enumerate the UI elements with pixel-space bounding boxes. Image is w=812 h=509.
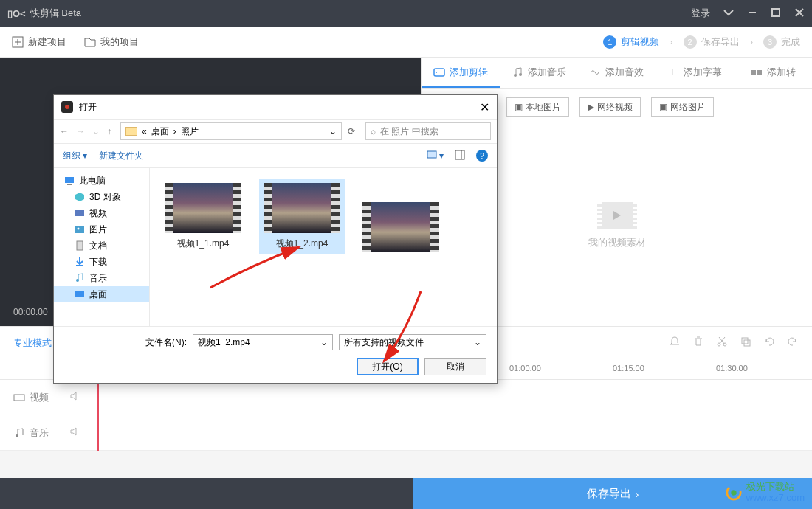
cancel-button[interactable]: 取消 (424, 358, 486, 375)
timeline-tracks: 视频 音乐 (0, 380, 812, 451)
sidebar-images[interactable]: 图片 (54, 221, 149, 238)
minimize-icon[interactable] (747, 7, 757, 20)
trash-icon[interactable] (692, 336, 704, 350)
dialog-toolbar: 组织 ▾ 新建文件夹 ▾ ? (54, 144, 497, 167)
sidebar-desktop[interactable]: 桌面 (54, 286, 149, 302)
login-link[interactable]: 登录 (691, 7, 710, 20)
dialog-file-grid[interactable]: 视频1_1.mp4 视频1_2.mp4 (150, 168, 497, 326)
svg-point-5 (514, 74, 517, 77)
svg-point-15 (16, 434, 18, 437)
folder-icon (125, 127, 137, 136)
subtab-web-image[interactable]: ▣网络图片 (651, 97, 714, 117)
forward-icon[interactable]: → (76, 126, 85, 136)
sidebar-music[interactable]: 音乐 (54, 270, 149, 286)
my-projects-label: 我的项目 (100, 35, 139, 49)
dialog-titlebar: 打开 ✕ (54, 95, 497, 119)
view-mode-menu[interactable]: ▾ (426, 150, 444, 162)
ruler-mark: 01:15.00 (613, 364, 644, 373)
volume-icon[interactable] (69, 426, 81, 440)
wizard-step-3[interactable]: 3 完成 (763, 35, 800, 49)
menu-icon[interactable] (723, 7, 734, 20)
recent-icon[interactable]: ⌄ (92, 126, 100, 136)
svg-rect-21 (65, 177, 74, 183)
new-folder-button[interactable]: 新建文件夹 (99, 150, 143, 162)
file-open-dialog: 打开 ✕ ← → ⌄ ↑ « 桌面 › 照片 ⌄ ⟳ ⌕ 在 照片 中搜索 组织… (53, 94, 498, 384)
svg-point-17 (731, 490, 736, 495)
svg-point-25 (78, 228, 80, 230)
cut-icon[interactable] (716, 336, 728, 350)
file-item[interactable] (358, 179, 444, 242)
sidebar-pc[interactable]: 此电脑 (54, 173, 149, 189)
subtab-web-video[interactable]: ▶网络视频 (579, 97, 641, 117)
preview-time: 00:00.00 (13, 307, 48, 317)
close-icon[interactable] (794, 7, 805, 20)
file-item[interactable]: 视频1_1.mp4 (160, 179, 246, 254)
filetype-filter[interactable]: 所有支持的视频文件⌄ (339, 334, 486, 350)
tab-add-subtitle[interactable]: T 添加字幕 (656, 58, 734, 88)
wizard-step-2[interactable]: 2 保存导出 (684, 35, 740, 49)
dialog-search[interactable]: ⌕ 在 照片 中搜索 (365, 122, 491, 140)
undo-icon[interactable] (763, 336, 775, 350)
svg-point-4 (436, 72, 437, 73)
new-project-label: 新建项目 (28, 35, 66, 49)
track-video[interactable]: 视频 (0, 380, 812, 415)
dialog-app-icon (61, 101, 73, 113)
svg-rect-13 (744, 340, 750, 346)
breadcrumb-path[interactable]: « 桌面 › 照片 ⌄ (120, 122, 342, 140)
svg-rect-23 (75, 210, 84, 216)
dialog-title: 打开 (79, 101, 97, 114)
copy-icon[interactable] (740, 336, 751, 350)
dialog-nav: ← → ⌄ ↑ « 桌面 › 照片 ⌄ ⟳ ⌕ 在 照片 中搜索 (54, 119, 497, 144)
chevron-right-icon: › (750, 36, 753, 47)
back-icon[interactable]: ← (60, 126, 69, 136)
my-projects-button[interactable]: 我的项目 (84, 35, 139, 49)
wizard-step-1[interactable]: 1 剪辑视频 (603, 35, 659, 49)
sidebar-3d[interactable]: 3D 对象 (54, 189, 149, 205)
track-music[interactable]: 音乐 (0, 415, 812, 451)
sidebar-videos[interactable]: 视频 (54, 205, 149, 221)
file-item-selected[interactable]: 视频1_2.mp4 (259, 179, 345, 254)
tab-add-transition[interactable]: 添加转 (734, 58, 812, 88)
sidebar-docs[interactable]: 文档 (54, 238, 149, 254)
preview-pane-icon[interactable] (454, 149, 466, 163)
volume-icon[interactable] (69, 390, 81, 404)
file-thumbnail (362, 202, 439, 252)
svg-rect-19 (455, 150, 464, 159)
organize-menu[interactable]: 组织 ▾ (63, 150, 87, 162)
app-name: 快剪辑 Beta (30, 7, 81, 20)
dialog-bottom: 文件名(N): 视频1_2.mp4⌄ 所有支持的视频文件⌄ 打开(O) 取消 (54, 326, 497, 383)
savebar-left (0, 478, 413, 509)
ruler-mark: 01:30.00 (716, 364, 748, 373)
file-thumbnail (264, 183, 340, 233)
playhead[interactable] (97, 380, 99, 451)
nav-arrows: ← → ⌄ ↑ (60, 126, 111, 136)
bell-icon[interactable] (669, 336, 681, 350)
wizard-steps: 1 剪辑视频 › 2 保存导出 › 3 完成 (603, 35, 800, 49)
search-placeholder: 在 照片 中搜索 (380, 125, 438, 138)
ruler-mark: 01:00.00 (509, 364, 541, 373)
svg-rect-8 (751, 70, 756, 75)
maximize-icon[interactable] (771, 7, 781, 20)
new-project-button[interactable]: 新建项目 (12, 35, 66, 49)
chevron-right-icon: › (670, 36, 672, 47)
up-icon[interactable]: ↑ (107, 126, 111, 136)
tab-add-sfx[interactable]: 添加音效 (578, 58, 656, 88)
open-button[interactable]: 打开(O) (357, 358, 419, 375)
filename-label: 文件名(N): (145, 336, 187, 349)
empty-label: 我的视频素材 (588, 236, 646, 249)
redo-icon[interactable] (787, 336, 799, 350)
logo-icon: ▯O< (7, 8, 26, 19)
tab-add-clip[interactable]: 添加剪辑 (422, 58, 500, 88)
svg-point-6 (519, 73, 522, 76)
subtab-local-image[interactable]: ▣本地图片 (506, 97, 569, 117)
refresh-icon[interactable]: ⟳ (348, 126, 355, 136)
help-icon[interactable]: ? (476, 150, 488, 162)
save-bar: 保存导出 › (0, 478, 812, 509)
svg-text:T: T (670, 67, 675, 77)
filename-input[interactable]: 视频1_2.mp4⌄ (193, 334, 333, 350)
svg-rect-22 (67, 184, 72, 185)
tab-add-music[interactable]: 添加音乐 (500, 58, 578, 88)
dialog-close-icon[interactable]: ✕ (480, 100, 489, 114)
sidebar-downloads[interactable]: 下载 (54, 254, 149, 270)
dialog-body: 此电脑 3D 对象 视频 图片 文档 下载 (54, 167, 497, 326)
